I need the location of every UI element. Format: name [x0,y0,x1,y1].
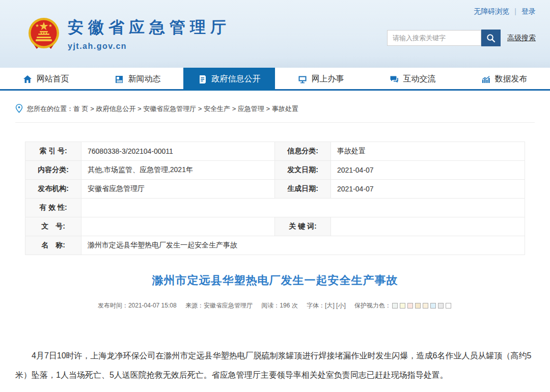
doc-info-table: 索 引 号: 76080338-3/202104-00011 信息分类: 事故处… [25,142,525,255]
view-count-value: 196 次 [280,302,297,309]
content-class-value: 其他,市场监管、应急管理,2021年 [81,161,275,180]
eye-protect: 保护视力色： [354,302,452,309]
source-value: 安徽省应急管理厅 [204,302,253,309]
font-size-label: 字体： [307,302,325,309]
table-row: 内容分类: 其他,市场监管、应急管理,2021年 发文日期: 2021-04-0… [25,161,525,180]
location-pin-icon [15,104,23,114]
article-meta: 发布时间：2021-04-07 15:08 来源：安徽省应急管理厅 阅读：196… [0,301,550,310]
site-brand[interactable]: 安徽省应急管理厅 yjt.ah.gov.cn [28,17,231,51]
source: 来源：安徽省应急管理厅 [185,302,253,309]
info-class-label: 信息分类: [275,142,331,161]
chat-icon [390,75,399,84]
document-icon [198,75,207,84]
doc-no-label: 文 号: [25,217,81,236]
site-url: yjt.ah.gov.cn [68,42,231,51]
breadcrumb-trail[interactable]: 首 页 > 政府信息公开 > 安徽省应急管理厅 > 安全生产 > 应急管理 > … [73,104,298,114]
eye-color-swatch[interactable] [415,303,421,309]
nav-item-interaction[interactable]: 互动交流 [367,68,458,91]
issue-date-value: 2021-04-07 [331,161,525,180]
site-header: 无障碍浏览|登录 安徽省应急管理厅 yjt.ah.g [0,0,550,68]
nav-item-label: 新闻动态 [128,74,161,85]
validity-value [81,199,525,217]
table-row: 发布机构: 安徽省应急管理厅 生成日期: 2021-04-07 [25,180,525,199]
search-area: 高级搜索 [387,30,536,46]
gen-date-label: 生成日期: [275,180,331,199]
keyword-value [331,217,525,236]
eye-color-swatch[interactable] [446,303,451,309]
main-nav: 网站首页 新闻动态 政府信息公开 网上办事 互动交流 数据发布 [0,68,550,91]
eye-color-swatch[interactable] [423,303,428,309]
publish-time-label: 发布时间： [98,302,128,309]
validity-label: 有 效 性: [25,199,81,217]
search-icon [486,34,496,43]
eye-color-swatch[interactable] [392,303,398,309]
nav-item-label: 网站首页 [37,74,69,85]
nav-item-label: 政府信息公开 [212,74,261,85]
breadcrumb-divider [15,122,535,123]
eye-color-swatch[interactable] [400,303,405,309]
issue-date-label: 发文日期: [275,161,331,180]
table-row: 索 引 号: 76080338-3/202104-00011 信息分类: 事故处… [25,142,525,161]
nav-item-home[interactable]: 网站首页 [0,68,92,91]
eye-protect-label: 保护视力色： [354,302,391,309]
font-large-button[interactable]: [大] [325,302,335,309]
eye-color-swatches [391,302,452,309]
view-count-label: 阅读： [261,302,280,309]
gen-date-value: 2021-04-07 [331,180,525,199]
site-title: 安徽省应急管理厅 [68,17,231,38]
index-label: 索 引 号: [25,142,81,161]
nav-item-news[interactable]: 新闻动态 [92,68,183,91]
content-class-label: 内容分类: [25,161,81,180]
info-class-value: 事故处置 [331,142,525,161]
font-size-controls: 字体：[大] [小] [307,302,346,309]
name-label: 名 称: [25,236,81,255]
keyword-label: 关 键 词: [275,217,331,236]
monitor-icon [298,75,307,84]
table-row: 名 称: 滁州市定远县华塑热电厂发生一起安全生产事故 [25,236,525,255]
brand-text: 安徽省应急管理厅 yjt.ah.gov.cn [68,17,231,51]
publisher-label: 发布机构: [25,180,81,199]
article-body: 4月7日10时许，上海龙净环保公司在滁州市定远县华塑热电厂脱硫制浆罐顶进行焊接堵… [15,346,535,385]
publish-time-value: 2021-04-07 15:08 [128,302,177,309]
eye-color-swatch[interactable] [407,303,413,309]
table-row: 文 号: 关 键 词: [25,217,525,236]
nav-item-data[interactable]: 数据发布 [458,68,550,91]
national-emblem-icon [28,17,60,51]
publisher-value: 安徽省应急管理厅 [81,180,275,199]
table-row: 有 效 性: [25,199,525,217]
publish-time: 发布时间：2021-04-07 15:08 [98,302,177,309]
accessibility-link[interactable]: 无障碍浏览 [474,7,509,15]
page: 无障碍浏览|登录 安徽省应急管理厅 yjt.ah.g [0,0,550,392]
source-label: 来源： [185,302,204,309]
eye-color-swatch[interactable] [430,303,436,309]
top-links-separator: | [514,7,516,15]
news-icon [115,75,124,84]
nav-item-label: 数据发布 [495,74,528,85]
nav-item-label: 互动交流 [403,74,436,85]
search-button[interactable] [481,30,501,46]
eye-color-swatch[interactable] [438,303,444,309]
view-count: 阅读：196 次 [261,302,297,309]
nav-item-label: 网上办事 [312,74,344,85]
login-link[interactable]: 登录 [521,7,536,15]
home-icon [23,75,32,84]
font-small-button[interactable]: [小] [336,302,346,309]
advanced-search-link[interactable]: 高级搜索 [507,34,536,43]
top-links: 无障碍浏览|登录 [474,7,536,16]
search-input[interactable] [387,30,481,46]
name-value: 滁州市定远县华塑热电厂发生一起安全生产事故 [81,236,525,255]
breadcrumb-prefix: 您所在的位置： [27,104,73,114]
nav-item-online-services[interactable]: 网上办事 [275,68,367,91]
chart-icon [481,75,490,84]
nav-item-gov-info[interactable]: 政府信息公开 [183,68,275,91]
breadcrumb: 您所在的位置： 首 页 > 政府信息公开 > 安徽省应急管理厅 > 安全生产 >… [15,104,550,114]
index-value: 76080338-3/202104-00011 [81,142,275,161]
doc-no-value [81,217,275,236]
article-title: 滁州市定远县华塑热电厂发生一起安全生产事故 [0,273,550,288]
